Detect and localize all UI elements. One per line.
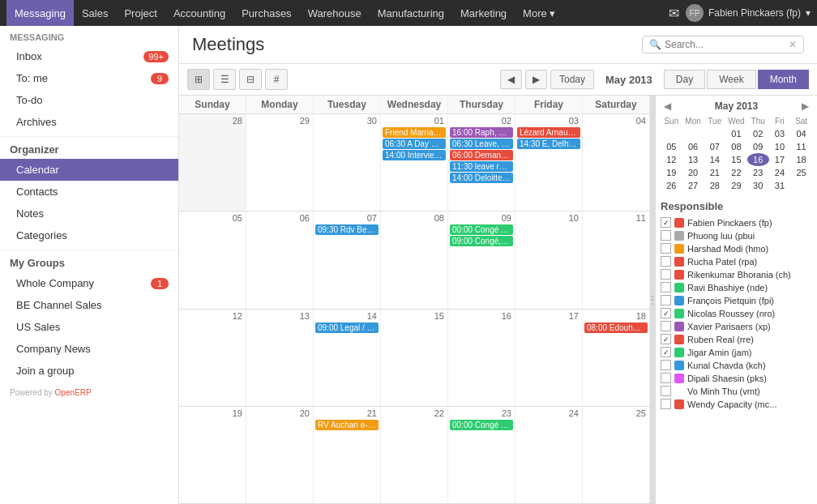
nav-manufacturing[interactable]: Manufacturing: [370, 0, 452, 26]
day-cell-12[interactable]: 12: [179, 310, 246, 406]
mini-cal-prev[interactable]: ◀: [661, 100, 674, 112]
view-icon-grid[interactable]: ⊞: [187, 69, 210, 90]
sidebar-contacts[interactable]: Contacts: [0, 181, 178, 203]
responsible-item[interactable]: Wendy Capacity (mc...: [661, 399, 812, 409]
event[interactable]: 14:00 Interview...: [383, 150, 446, 160]
nav-more[interactable]: More ▾: [515, 0, 563, 26]
event[interactable]: 09:00 Legal / M...: [315, 322, 379, 333]
day-cell-29[interactable]: 29: [246, 114, 314, 211]
event[interactable]: 06:30 A Day O...: [383, 139, 446, 149]
responsible-checkbox[interactable]: [661, 230, 671, 241]
mini-day[interactable]: 21: [704, 166, 725, 179]
sidebar-company-news[interactable]: Company News: [0, 338, 178, 360]
event[interactable]: 00:00 Congé X...: [450, 224, 513, 235]
event[interactable]: RV Auchan e-business à Bxl - a...: [315, 420, 379, 430]
mini-day[interactable]: 22: [725, 166, 747, 179]
mini-day[interactable]: 05: [661, 140, 682, 153]
nav-purchases[interactable]: Purchases: [233, 0, 299, 26]
tab-day[interactable]: Day: [664, 70, 705, 89]
nav-warehouse[interactable]: Warehouse: [300, 0, 370, 26]
tab-month[interactable]: Month: [758, 70, 809, 89]
mini-day[interactable]: 10: [769, 140, 791, 153]
sidebar-whole-company[interactable]: Whole Company 1: [0, 272, 178, 294]
responsible-item[interactable]: Kunal Chavda (kch): [661, 360, 812, 370]
responsible-item[interactable]: Rucha Patel (rpa): [661, 256, 812, 267]
responsible-checkbox[interactable]: [661, 243, 671, 254]
mini-day[interactable]: 12: [661, 153, 682, 166]
mini-day[interactable]: 18: [790, 153, 812, 166]
responsible-checkbox[interactable]: [661, 308, 671, 318]
day-cell-24[interactable]: 24: [515, 407, 583, 503]
day-cell-15[interactable]: 15: [381, 310, 448, 406]
mini-day[interactable]: 08: [725, 140, 747, 153]
event[interactable]: 00:00 Congé X...: [450, 420, 513, 430]
day-cell-21[interactable]: 21 RV Auchan e-business à Bxl - a...: [314, 407, 381, 503]
search-box[interactable]: 🔍 ✕: [642, 36, 804, 53]
day-cell-02[interactable]: 02 16:00 Raph, Fa... 06:30 Leave, Ja... …: [448, 114, 515, 211]
view-icon-columns[interactable]: ⊟: [239, 69, 262, 90]
responsible-item[interactable]: Phuong luu (pbui: [661, 230, 812, 241]
day-cell-22[interactable]: 22: [381, 407, 448, 503]
mini-day[interactable]: 15: [725, 153, 747, 166]
sidebar-join-group[interactable]: Join a group: [0, 360, 178, 382]
mini-day[interactable]: 11: [790, 140, 812, 153]
user-area[interactable]: FP Fabien Pinckaers (fp) ▾: [686, 4, 811, 22]
event[interactable]: 09:30 Rdv Belf...: [315, 224, 379, 235]
prev-button[interactable]: ◀: [500, 70, 522, 89]
mini-day[interactable]: [790, 179, 812, 192]
responsible-checkbox[interactable]: [661, 269, 671, 280]
tab-week[interactable]: Week: [707, 70, 755, 89]
day-cell-11[interactable]: 11: [583, 211, 650, 308]
mini-day[interactable]: [682, 127, 704, 140]
nav-messaging[interactable]: Messaging: [6, 0, 74, 26]
day-cell-23[interactable]: 23 00:00 Congé X...: [448, 407, 515, 503]
day-cell-08[interactable]: 08: [381, 211, 448, 308]
responsible-item[interactable]: Vo Minh Thu (vmt): [661, 386, 812, 396]
mini-day[interactable]: 29: [725, 179, 747, 192]
user-dropdown-icon[interactable]: ▾: [806, 7, 811, 19]
sidebar-archives[interactable]: Archives: [0, 111, 178, 133]
mini-day[interactable]: [704, 127, 725, 140]
day-cell-19[interactable]: 19: [179, 407, 246, 503]
mini-day[interactable]: 17: [769, 153, 791, 166]
mini-cal-next[interactable]: ▶: [798, 100, 812, 112]
sidebar-inbox[interactable]: Inbox 99+: [0, 45, 178, 67]
sidebar-calendar[interactable]: Calendar: [0, 159, 178, 181]
day-cell-10[interactable]: 10: [515, 211, 583, 308]
mini-day[interactable]: 20: [682, 166, 704, 179]
responsible-item[interactable]: François Pietquin (fpi): [661, 295, 812, 305]
mini-day[interactable]: 13: [682, 153, 704, 166]
mini-day[interactable]: 19: [661, 166, 682, 179]
sidebar-tome[interactable]: To: me 9: [0, 67, 178, 89]
sidebar-notes[interactable]: Notes: [0, 203, 178, 224]
mini-day[interactable]: 31: [769, 179, 791, 192]
nav-marketing[interactable]: Marketing: [452, 0, 515, 26]
event[interactable]: 11:30 leave req...: [450, 161, 513, 172]
mini-day[interactable]: [661, 127, 682, 140]
mail-icon[interactable]: ✉: [669, 6, 679, 21]
day-cell-17[interactable]: 17: [515, 310, 583, 406]
mini-day[interactable]: 02: [747, 127, 769, 140]
event[interactable]: 14:00 Deloitte P...: [450, 173, 513, 183]
mini-day[interactable]: 06: [682, 140, 704, 153]
day-cell-09[interactable]: 09 00:00 Congé X... 09:00 Congé, N...: [448, 211, 515, 308]
next-button[interactable]: ▶: [525, 70, 547, 89]
mini-day[interactable]: 03: [769, 127, 791, 140]
mini-day[interactable]: 25: [790, 166, 812, 179]
responsible-checkbox[interactable]: [661, 321, 671, 331]
responsible-checkbox[interactable]: [661, 373, 671, 383]
nav-accounting[interactable]: Accounting: [165, 0, 233, 26]
responsible-item[interactable]: Harshad Modi (hmo): [661, 243, 812, 254]
event[interactable]: 14:30 E, Delha...: [517, 139, 580, 149]
mini-day[interactable]: 30: [747, 179, 769, 192]
responsible-checkbox[interactable]: [661, 386, 671, 396]
sidebar-be-channel[interactable]: BE Channel Sales: [0, 294, 178, 316]
mini-day[interactable]: 26: [661, 179, 682, 192]
sidebar-categories[interactable]: Categories: [0, 224, 178, 246]
day-cell-18[interactable]: 18 08:00 Edouhard...: [583, 310, 650, 406]
mini-day[interactable]: 01: [725, 127, 747, 140]
day-cell-06[interactable]: 06: [246, 211, 314, 308]
event[interactable]: 06:30 Leave, Ja...: [450, 139, 513, 149]
mini-day[interactable]: 27: [682, 179, 704, 192]
day-cell-05[interactable]: 05: [179, 211, 246, 308]
